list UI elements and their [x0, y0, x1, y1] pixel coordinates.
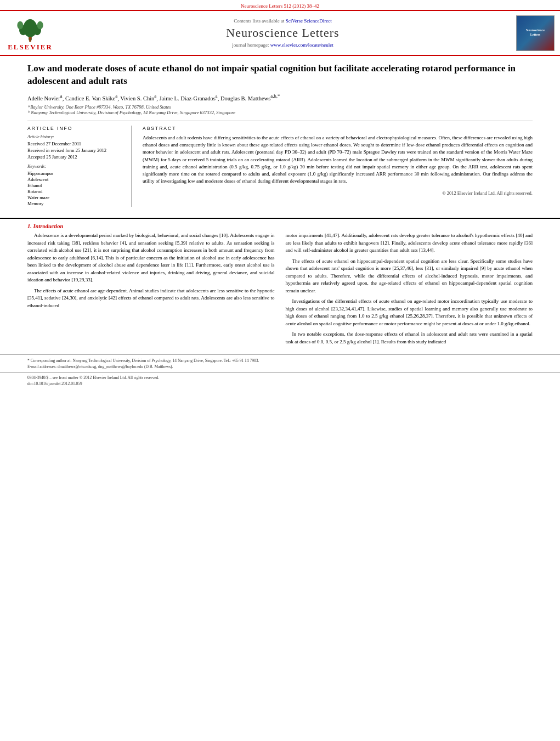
abstract-label: ABSTRACT [143, 126, 533, 131]
body-para-2: The effects of acute ethanol are age-dep… [27, 287, 275, 310]
article-history-label: Article history: [27, 134, 123, 139]
journal-title: Neuroscience Letters [55, 26, 511, 40]
body-para-1: Adolescence is a developmental period ma… [27, 232, 275, 284]
received-date: Received 27 December 2011 [27, 141, 123, 146]
email-label: E-mail addresses: [27, 364, 56, 369]
article-content: Low and moderate doses of acute ethanol … [0, 56, 560, 218]
article-info-label: ARTICLE INFO [27, 126, 123, 131]
email-addresses: dmatthews@ntu.edu.sg, dng_matthews@baylo… [58, 364, 173, 369]
elsevier-brand-text: ELSEVIER [8, 43, 53, 52]
email-footnote: E-mail addresses: dmatthews@ntu.edu.sg, … [27, 364, 533, 369]
svg-point-6 [29, 37, 31, 39]
super-ab: a,b,* [270, 93, 280, 99]
journal-logo-box: NeuroscienceLetters [516, 15, 555, 51]
authors-line: Adelle Noviera, Candice E. Van Skikea, V… [27, 93, 533, 101]
journal-reference: Neuroscience Letters 512 (2012) 38–42 [0, 0, 560, 10]
article-info-column: ARTICLE INFO Article history: Received 2… [27, 126, 132, 207]
contents-text: Contents lists available at [234, 18, 284, 24]
keyword-1: Hippocampus [27, 171, 123, 176]
super-a2: a [115, 93, 117, 99]
body-two-columns: Adolescence is a developmental period ma… [27, 232, 533, 349]
homepage-line: journal homepage: www.elsevier.com/locat… [55, 42, 511, 48]
body-para-4: The effects of acute ethanol on hippocam… [286, 258, 533, 295]
abstract-column: ABSTRACT Adolescents and adult rodents h… [143, 126, 533, 207]
article-title: Low and moderate doses of acute ethanol … [27, 63, 533, 88]
affiliations: ᵃ Baylor University, One Bear Place #973… [27, 104, 533, 115]
accepted-date: Accepted 25 January 2012 [27, 154, 123, 160]
keywords-label: Keywords: [27, 164, 123, 169]
footnote-section: * Corresponding author at: Nanyang Techn… [0, 354, 560, 372]
super-a3: a [154, 93, 156, 99]
homepage-link[interactable]: www.elsevier.com/locate/neulet [270, 42, 333, 48]
copyright-line: © 2012 Elsevier Ireland Ltd. All rights … [143, 188, 533, 196]
body-para-5: Investigations of the differential effec… [286, 298, 533, 327]
keyword-4: Rotarod [27, 189, 123, 194]
section-1-heading: 1. Introduction [27, 223, 533, 229]
keyword-6: Memory [27, 201, 123, 206]
svg-rect-7 [29, 39, 31, 42]
body-para-6: In two notable exceptions, the dose-resp… [286, 331, 533, 346]
article-info-abstract: ARTICLE INFO Article history: Received 2… [27, 126, 533, 207]
journal-ref-text: Neuroscience Letters 512 (2012) 38–42 [241, 3, 319, 9]
bottom-bar: 0304-3940/$ – see front matter © 2012 El… [0, 372, 560, 389]
body-col-right: motor impairments [41,47]. Additionally,… [286, 232, 533, 349]
body-para-3: motor impairments [41,47]. Additionally,… [286, 232, 533, 254]
affiliation-b: ᵇ Nanyang Technological University, Divi… [27, 110, 533, 115]
corresponding-author: * Corresponding author at: Nanyang Techn… [27, 358, 533, 363]
body-section: 1. Introduction Adolescence is a develop… [0, 218, 560, 354]
journal-header: ELSEVIER Contents lists available at Sci… [0, 10, 560, 56]
journal-title-section: Contents lists available at SciVerse Sci… [55, 18, 511, 48]
super-a: a [60, 93, 63, 99]
keyword-2: Adolescent [27, 177, 123, 182]
svg-point-5 [37, 21, 43, 30]
body-col-left: Adolescence is a developmental period ma… [27, 232, 275, 349]
keyword-5: Water maze [27, 195, 123, 200]
contents-available-line: Contents lists available at SciVerse Sci… [55, 18, 511, 24]
journal-logo-text: NeuroscienceLetters [526, 29, 545, 37]
elsevier-logo: ELSEVIER [5, 14, 55, 52]
page: Neuroscience Letters 512 (2012) 38–42 EL… [0, 0, 560, 741]
sciverse-link[interactable]: SciVerse ScienceDirect [286, 18, 332, 24]
svg-point-4 [17, 21, 23, 30]
journal-logo: NeuroscienceLetters [511, 15, 555, 51]
affiliation-a: ᵃ Baylor University, One Bear Place #973… [27, 104, 533, 110]
divider-1 [27, 121, 533, 121]
keyword-3: Ethanol [27, 183, 123, 188]
abstract-text: Adolescents and adult rodents have diffe… [143, 134, 533, 184]
revised-date: Received in revised form 25 January 2012 [27, 148, 123, 153]
issn-line: 0304-3940/$ – see front matter © 2012 El… [27, 375, 533, 380]
super-a4: a [216, 93, 218, 99]
homepage-prefix: journal homepage: [232, 42, 269, 48]
elsevier-tree-icon [14, 14, 47, 42]
doi-line: doi:10.1016/j.neulet.2012.01.059 [27, 381, 533, 386]
